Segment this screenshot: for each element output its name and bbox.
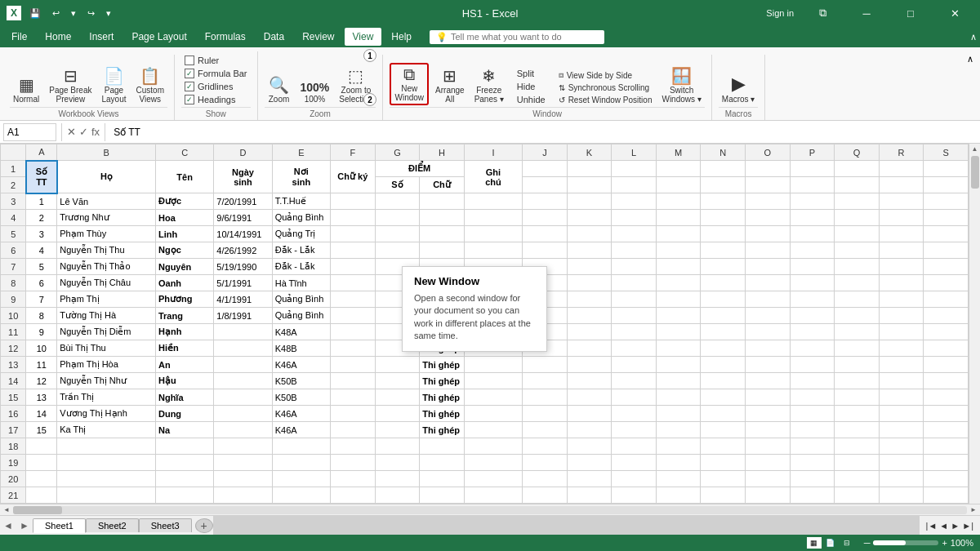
cell-E17[interactable]: K46A bbox=[272, 422, 330, 438]
cell-J6[interactable] bbox=[523, 242, 568, 259]
cell-P15[interactable] bbox=[790, 389, 835, 406]
row-num-18[interactable]: 18 bbox=[1, 438, 26, 455]
cell-C17[interactable]: Na bbox=[155, 422, 213, 438]
customize-button[interactable]: ▾ bbox=[103, 7, 114, 20]
cell-I16[interactable] bbox=[464, 406, 522, 422]
ruler-checkbox[interactable] bbox=[185, 56, 194, 65]
zoom-out-button[interactable]: ─ bbox=[864, 538, 871, 548]
cell-E3[interactable]: T.T.Huế bbox=[272, 193, 330, 210]
row-num-4[interactable]: 4 bbox=[1, 210, 26, 226]
cell-N6[interactable] bbox=[701, 242, 746, 259]
cell-Q16[interactable] bbox=[835, 406, 880, 422]
row-num-5[interactable]: 5 bbox=[1, 226, 26, 242]
cell-P5[interactable] bbox=[790, 226, 835, 242]
split-button[interactable]: Split bbox=[514, 68, 549, 79]
cell-B6[interactable]: Nguyễn Thị Thu bbox=[57, 242, 156, 259]
row-num-2[interactable]: 2 bbox=[1, 177, 26, 193]
cell-D17[interactable] bbox=[214, 422, 272, 438]
cell-H2[interactable]: Chữ bbox=[420, 177, 465, 193]
cell-F3[interactable] bbox=[331, 193, 376, 210]
cell-N14[interactable] bbox=[701, 373, 746, 389]
cell-C8[interactable]: Oanh bbox=[155, 275, 213, 291]
cell-C16[interactable]: Dung bbox=[155, 406, 213, 422]
menu-formulas[interactable]: Formulas bbox=[197, 28, 254, 46]
zoom-100-button[interactable]: 100% 100% bbox=[297, 80, 333, 105]
cell-J2[interactable] bbox=[523, 177, 568, 193]
cell-I6[interactable] bbox=[464, 242, 522, 259]
cell-L7[interactable] bbox=[612, 259, 657, 275]
cell-L5[interactable] bbox=[612, 226, 657, 242]
cell-M8[interactable] bbox=[656, 275, 701, 291]
cell-M9[interactable] bbox=[656, 291, 701, 308]
cell-I17[interactable] bbox=[464, 422, 522, 438]
cell-E9[interactable]: Quảng Bình bbox=[272, 291, 330, 308]
cell-P13[interactable] bbox=[790, 357, 835, 373]
cell-L1[interactable] bbox=[612, 161, 657, 177]
col-header-E[interactable]: E bbox=[272, 144, 330, 161]
new-window-button[interactable]: ⧉ NewWindow bbox=[390, 63, 429, 105]
cell-J5[interactable] bbox=[523, 226, 568, 242]
cell-N7[interactable] bbox=[701, 259, 746, 275]
cell-P6[interactable] bbox=[790, 242, 835, 259]
arrange-all-button[interactable]: ⊞ ArrangeAll bbox=[432, 66, 468, 105]
cell-H6[interactable] bbox=[420, 242, 465, 259]
cell-S8[interactable] bbox=[924, 275, 969, 291]
cell-E8[interactable]: Hà Tĩnh bbox=[272, 275, 330, 291]
cell-K17[interactable] bbox=[567, 422, 612, 438]
cell-N3[interactable] bbox=[701, 193, 746, 210]
cell-L10[interactable] bbox=[612, 308, 657, 324]
cell-G2[interactable]: Số bbox=[375, 177, 420, 193]
cell-N16[interactable] bbox=[701, 406, 746, 422]
formula-bar-checkbox-label[interactable]: ✓ Formula Bar bbox=[181, 68, 251, 79]
cell-R6[interactable] bbox=[879, 242, 924, 259]
cell-Q6[interactable] bbox=[835, 242, 880, 259]
cell-D16[interactable] bbox=[214, 406, 272, 422]
cell-G1[interactable]: ĐIỂM bbox=[375, 161, 464, 177]
cell-B17[interactable]: Ka Thị bbox=[57, 422, 156, 438]
row-num-8[interactable]: 8 bbox=[1, 275, 26, 291]
row-num-11[interactable]: 11 bbox=[1, 324, 26, 340]
cell-P17[interactable] bbox=[790, 422, 835, 438]
cell-P11[interactable] bbox=[790, 324, 835, 340]
page-layout-status[interactable]: 📄 bbox=[823, 537, 838, 549]
cell-C6[interactable]: Ngọc bbox=[155, 242, 213, 259]
col-header-O[interactable]: O bbox=[746, 144, 791, 161]
cell-E11[interactable]: K48A bbox=[272, 324, 330, 340]
zoom-slider[interactable] bbox=[873, 540, 938, 545]
row-num-3[interactable]: 3 bbox=[1, 193, 26, 210]
ruler-checkbox-label[interactable]: Ruler bbox=[181, 55, 251, 66]
cell-B15[interactable]: Trần Thị bbox=[57, 389, 156, 406]
cell-M17[interactable] bbox=[656, 422, 701, 438]
cell-E12[interactable]: K48B bbox=[272, 340, 330, 357]
cell-M1[interactable] bbox=[656, 161, 701, 177]
page-break-button[interactable]: ⊟ Page BreakPreview bbox=[46, 66, 95, 105]
cell-A21[interactable] bbox=[26, 487, 57, 504]
cell-F6[interactable] bbox=[331, 242, 376, 259]
col-header-J[interactable]: J bbox=[523, 144, 568, 161]
headings-checkbox[interactable]: ✓ bbox=[185, 95, 194, 104]
cell-P7[interactable] bbox=[790, 259, 835, 275]
macros-button[interactable]: ▶ Macros ▾ bbox=[719, 73, 759, 105]
cell-S6[interactable] bbox=[924, 242, 969, 259]
cell-K1[interactable] bbox=[567, 161, 612, 177]
cell-N12[interactable] bbox=[701, 340, 746, 357]
cell-N17[interactable] bbox=[701, 422, 746, 438]
cell-P2[interactable] bbox=[790, 177, 835, 193]
reset-window-button[interactable]: ↺ Reset Window Position bbox=[555, 95, 656, 105]
cell-E7[interactable]: Đắk - Lắk bbox=[272, 259, 330, 275]
cell-B4[interactable]: Trương Như bbox=[57, 210, 156, 226]
cell-O13[interactable] bbox=[746, 357, 791, 373]
cell-M5[interactable] bbox=[656, 226, 701, 242]
menu-data[interactable]: Data bbox=[256, 28, 292, 46]
col-header-S[interactable]: S bbox=[924, 144, 969, 161]
cell-K6[interactable] bbox=[567, 242, 612, 259]
freeze-panes-button[interactable]: ❄ FreezePanes ▾ bbox=[471, 66, 507, 105]
cell-A16[interactable]: 14 bbox=[26, 406, 57, 422]
cell-K5[interactable] bbox=[567, 226, 612, 242]
cell-O6[interactable] bbox=[746, 242, 791, 259]
cell-L6[interactable] bbox=[612, 242, 657, 259]
menu-home[interactable]: Home bbox=[37, 28, 79, 46]
cell-H14[interactable]: Thi ghép bbox=[420, 373, 465, 389]
gridlines-checkbox[interactable]: ✓ bbox=[185, 82, 194, 91]
cell-H4[interactable] bbox=[420, 210, 465, 226]
